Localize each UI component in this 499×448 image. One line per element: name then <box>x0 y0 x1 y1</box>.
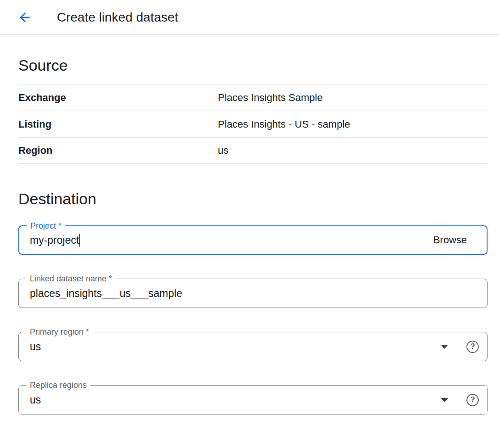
back-button[interactable] <box>16 8 34 27</box>
page-title: Create linked dataset <box>57 10 178 25</box>
header: Create linked dataset <box>0 0 499 35</box>
linked-dataset-name-label: Linked dataset name * <box>26 274 116 283</box>
arrow-back-icon <box>17 10 32 25</box>
primary-region-label: Primary region * <box>26 327 93 336</box>
project-input[interactable]: my-project <box>30 234 79 246</box>
row-value-exchange: Places Insights Sample <box>218 92 323 104</box>
source-table: Exchange Places Insights Sample Listing … <box>18 84 488 164</box>
destination-heading: Destination <box>18 190 488 208</box>
primary-region-select[interactable]: Primary region * us ? <box>18 332 488 361</box>
browse-button[interactable]: Browse <box>433 234 467 246</box>
dropdown-arrow-icon[interactable] <box>441 345 448 349</box>
text-cursor <box>79 234 80 246</box>
project-field-label: Project * <box>27 221 65 230</box>
row-label-exchange: Exchange <box>18 92 218 104</box>
table-row-region: Region us <box>18 137 488 164</box>
linked-dataset-name-field[interactable]: Linked dataset name * places_insights___… <box>18 279 488 308</box>
help-icon[interactable]: ? <box>466 394 479 406</box>
row-label-listing: Listing <box>18 118 218 130</box>
replica-regions-label: Replica regions <box>26 381 90 390</box>
primary-region-value: us <box>30 341 41 353</box>
help-icon[interactable]: ? <box>466 341 479 353</box>
project-field[interactable]: Project * my-project Browse <box>18 225 488 255</box>
replica-regions-select[interactable]: Replica regions us ? <box>18 385 488 414</box>
row-label-region: Region <box>18 145 218 157</box>
row-value-listing: Places Insights - US - sample <box>218 118 350 130</box>
table-row-exchange: Exchange Places Insights Sample <box>18 84 488 111</box>
source-heading: Source <box>18 56 488 74</box>
linked-dataset-name-input[interactable]: places_insights___us___sample <box>30 287 182 300</box>
main-content: Source Exchange Places Insights Sample L… <box>0 56 499 414</box>
replica-regions-value: us <box>30 394 41 406</box>
row-value-region: us <box>218 145 228 157</box>
dropdown-arrow-icon[interactable] <box>441 398 448 402</box>
table-row-listing: Listing Places Insights - US - sample <box>18 111 488 137</box>
